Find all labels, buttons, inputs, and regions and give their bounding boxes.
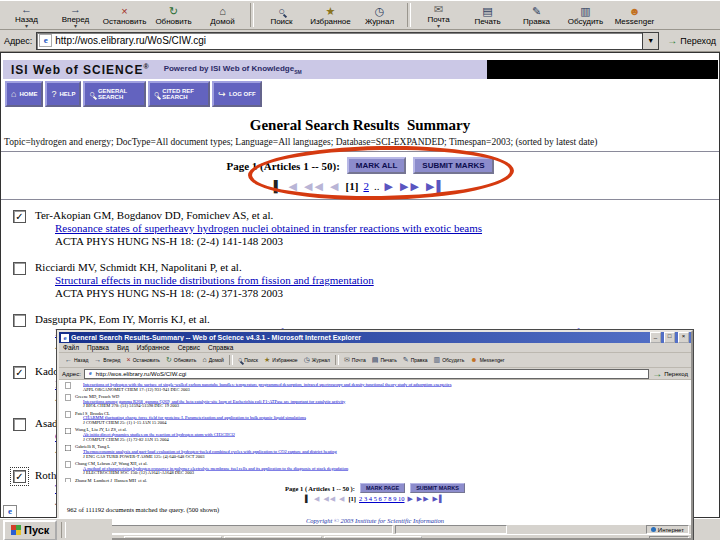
article-checkbox[interactable] — [13, 470, 26, 483]
search-icon: ○ — [89, 89, 94, 99]
popup-menu-bar: ФайлПравкаВидИзбранноеСервисСправка — [59, 343, 691, 353]
history-button[interactable]: ◷ Журнал — [355, 1, 404, 29]
prev-page-icon[interactable]: ◀ — [314, 495, 320, 502]
print-button[interactable]: ▤ Печать — [463, 1, 512, 29]
mark-all-button[interactable]: MARK ALL — [347, 157, 406, 174]
article-source: J COMPUT CHEM 25: (1) 72-82 JAN 15 2004 — [75, 437, 235, 442]
address-url: http://wos.elibrary.ru/WoS/CIW.cgi — [55, 35, 206, 46]
article-checkbox[interactable] — [65, 383, 71, 389]
article-checkbox[interactable] — [13, 262, 26, 275]
fast-back-icon[interactable]: ◀◀ — [323, 495, 336, 502]
address-input[interactable]: e http://wos.elibrary.ru/WoS/CIW.cgi — [36, 32, 642, 50]
home-button[interactable]: ⌂ Домой — [199, 356, 226, 365]
go-button[interactable]: →Переход — [652, 368, 688, 379]
article-checkbox[interactable] — [13, 314, 26, 327]
toolbar-button-label: Правка — [523, 17, 550, 26]
search-button[interactable]: ○ Поиск — [257, 1, 306, 29]
article-checkbox[interactable] — [65, 411, 71, 417]
home-button[interactable]: ⌂ Домой — [198, 1, 247, 29]
fast-forward-icon[interactable]: ▶▶ — [400, 180, 421, 192]
mark-page-button[interactable]: MARK PAGE — [360, 483, 405, 493]
discuss-button[interactable]: ▥ Обсудить — [431, 356, 468, 365]
history-button[interactable]: ◷ Журнал — [301, 356, 333, 365]
menu-item[interactable]: Избранное — [137, 344, 170, 351]
article-title-link[interactable]: Resonance states of superheavy hydrogen … — [35, 222, 482, 235]
back-button[interactable]: ← Назад — [62, 356, 91, 365]
prev-page-icon[interactable]: ◀ — [289, 180, 299, 192]
fast-forward-icon[interactable]: ▶▶ — [417, 495, 430, 502]
article-checkbox[interactable] — [13, 210, 26, 223]
edit-button[interactable]: ✎ Правка — [512, 1, 561, 29]
next-page-icon[interactable]: ▶ — [385, 180, 395, 192]
last-page-icon[interactable]: ▶▌ — [433, 495, 445, 502]
submit-marks-button[interactable]: SUBMIT MARKS — [410, 483, 465, 493]
first-page-icon: ▌ — [305, 495, 311, 502]
log-off-icon: ↪ — [218, 89, 226, 99]
maximize-button[interactable]: □ — [664, 332, 675, 343]
task-button-word[interactable]: Document1 - Microsof... — [324, 536, 422, 539]
next-page-icon[interactable]: ▶ — [407, 495, 413, 502]
task-button-powerpoint[interactable]: Microsoft PowerPoint... — [224, 536, 322, 539]
icon-glyph: ← — [21, 3, 32, 15]
refresh-button[interactable]: ↻ Обновить — [149, 1, 198, 29]
page-2-link[interactable]: 2 — [363, 180, 369, 192]
page-controls-row: Page 1 (Articles 1 -- 50): MARK ALL SUBM… — [1, 157, 719, 174]
go-button[interactable]: → Переход — [667, 35, 716, 46]
print-button[interactable]: ▤ Печать — [369, 356, 400, 365]
menu-item[interactable]: Сервис — [178, 344, 200, 351]
messenger-button[interactable]: ☻ Messenger — [610, 1, 659, 29]
fast-back-icon[interactable]: ◀◀ — [304, 180, 325, 192]
article-checkbox[interactable] — [65, 395, 71, 401]
article-checkbox[interactable] — [13, 366, 26, 379]
article-checkbox[interactable] — [65, 428, 71, 434]
mail-button[interactable]: ✉ Почта ▾ — [414, 1, 463, 29]
search-button[interactable]: ○ Поиск — [235, 356, 261, 365]
minimize-button[interactable]: _ — [650, 332, 661, 343]
menu-item[interactable]: Правка — [87, 344, 109, 351]
article-checkbox[interactable] — [65, 478, 71, 482]
start-button[interactable]: Пуск — [3, 520, 57, 540]
last-page-icon[interactable]: ▶▌ — [426, 180, 446, 192]
refresh-icon: ↻ — [169, 5, 178, 17]
mail-button[interactable]: ✉ Почта — [341, 356, 369, 365]
icon-glyph: ? — [51, 89, 56, 99]
toolbar-button-label: Messenger — [615, 17, 655, 26]
page-links[interactable]: 2 3 4 5 6 7 8 9 10 — [359, 495, 405, 502]
back-page-icon[interactable]: ◀ — [330, 180, 340, 192]
article-checkbox[interactable] — [65, 462, 71, 468]
article-text: Patel S, Brooks CL CHARMM fluctuating ch… — [75, 411, 306, 425]
quick-launch-outlook-icon[interactable]: ✉ — [114, 538, 122, 539]
address-input[interactable]: e http://wos.elibrary.ru/WoS/CIW.cgi — [84, 369, 649, 379]
favorites-button[interactable]: ★ Избранное — [261, 356, 301, 365]
stop-button[interactable]: × Остановить — [100, 1, 149, 29]
help-button[interactable]: ? HELP — [45, 81, 81, 107]
forward-button[interactable]: → Вперед ▾ — [51, 1, 100, 29]
stop-button[interactable]: × Остановить — [124, 356, 163, 365]
favorites-button[interactable]: ★ Избранное — [306, 1, 355, 29]
submit-marks-button[interactable]: SUBMIT MARKS — [413, 157, 493, 174]
edit-button[interactable]: ✎ Правка — [400, 356, 431, 365]
messenger-button[interactable]: ☻ Messenger — [467, 356, 507, 365]
close-button[interactable]: × — [678, 332, 689, 343]
menu-item[interactable]: Справка — [208, 344, 234, 351]
back-button[interactable]: ← Назад ▾ — [2, 1, 51, 29]
home-nav-button[interactable]: ⌂ HOME — [5, 81, 43, 107]
refresh-button[interactable]: ↻ Обновить — [163, 356, 200, 365]
task-button-browser[interactable]: wos.elibrary.ru - We... — [124, 536, 222, 539]
menu-item[interactable]: Файл — [63, 344, 79, 351]
log-off-button[interactable]: ↪ LOG OFF — [212, 81, 261, 107]
forward-button[interactable]: → Вперед — [91, 356, 123, 365]
discuss-button[interactable]: ▥ Обсудить — [561, 1, 610, 29]
article-checkbox[interactable] — [65, 445, 71, 451]
wos-brand: ISI Web of SCIENCE® — [11, 63, 150, 77]
popup-title-bar[interactable]: e General Search Results-Summary -- Web … — [59, 332, 691, 343]
general-search-button[interactable]: ○ GENERAL SEARCH — [83, 81, 145, 107]
back-page-icon[interactable]: ◀ — [339, 495, 345, 502]
address-dropdown-button[interactable]: ▼ — [642, 32, 659, 50]
menu-item[interactable]: Вид — [117, 344, 129, 351]
article-checkbox[interactable] — [13, 418, 26, 431]
cited-ref-search-button[interactable]: ○ CITED REF SEARCH — [148, 81, 210, 107]
article-title-link[interactable]: Structural effects in nuclide distributi… — [35, 274, 374, 287]
icon-glyph: ✉ — [434, 3, 443, 15]
article-source: J COMPUT CHEM 25: (1) 1-15 JAN 15 2004 — [75, 420, 306, 425]
